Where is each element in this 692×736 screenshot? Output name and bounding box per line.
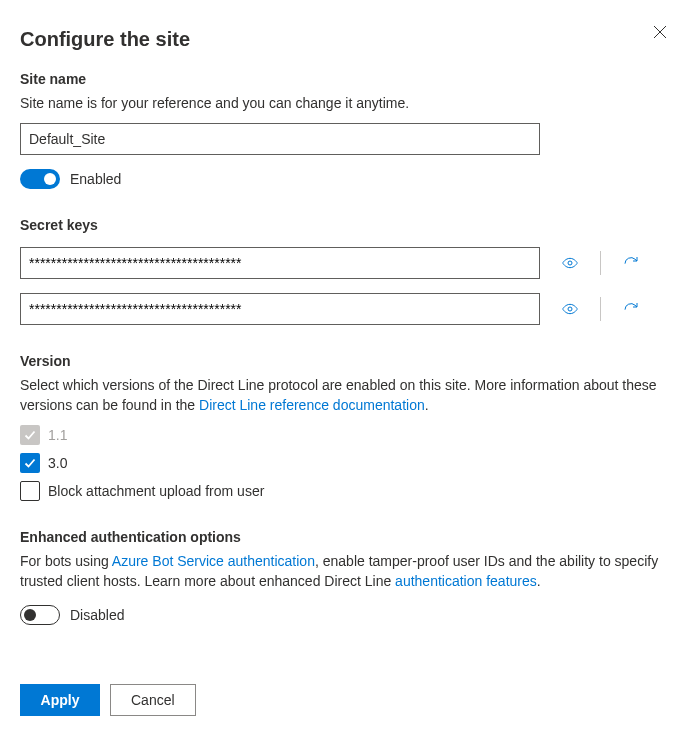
enabled-toggle-label: Enabled — [70, 171, 121, 187]
configure-site-panel: Configure the site Site name Site name i… — [0, 0, 692, 736]
enhanced-desc-suffix: . — [537, 573, 541, 589]
show-key-button-1[interactable] — [558, 251, 582, 275]
version-3-0-checkbox[interactable] — [20, 453, 40, 473]
secret-key-input-2[interactable] — [20, 293, 540, 325]
azure-bot-auth-link[interactable]: Azure Bot Service authentication — [112, 553, 315, 569]
eye-icon — [562, 300, 578, 318]
block-upload-row: Block attachment upload from user — [20, 481, 672, 501]
version-1-1-checkbox — [20, 425, 40, 445]
enhanced-auth-toggle[interactable] — [20, 605, 60, 625]
enhanced-auth-desc: For bots using Azure Bot Service authent… — [20, 551, 672, 591]
refresh-icon — [623, 300, 639, 318]
auth-features-link[interactable]: authentication features — [395, 573, 537, 589]
secret-key-input-1[interactable] — [20, 247, 540, 279]
enhanced-auth-section: Enhanced authentication options For bots… — [20, 529, 672, 625]
secret-key-row-1 — [20, 247, 672, 279]
block-upload-checkbox[interactable] — [20, 481, 40, 501]
apply-button[interactable]: Apply — [20, 684, 100, 716]
cancel-button[interactable]: Cancel — [110, 684, 196, 716]
regenerate-key-button-1[interactable] — [619, 251, 643, 275]
version-label: Version — [20, 353, 672, 369]
page-title: Configure the site — [20, 28, 672, 51]
site-name-section: Site name Site name is for your referenc… — [20, 71, 672, 189]
version-section: Version Select which versions of the Dir… — [20, 353, 672, 501]
show-key-button-2[interactable] — [558, 297, 582, 321]
svg-point-3 — [568, 307, 572, 311]
close-icon — [653, 25, 667, 39]
block-upload-label: Block attachment upload from user — [48, 483, 264, 499]
enhanced-desc-prefix: For bots using — [20, 553, 112, 569]
svg-point-2 — [568, 261, 572, 265]
secret-key-row-2 — [20, 293, 672, 325]
regenerate-key-button-2[interactable] — [619, 297, 643, 321]
direct-line-docs-link[interactable]: Direct Line reference documentation — [199, 397, 425, 413]
enhanced-auth-label: Enhanced authentication options — [20, 529, 672, 545]
footer: Apply Cancel — [20, 684, 196, 716]
version-desc: Select which versions of the Direct Line… — [20, 375, 672, 415]
separator — [600, 251, 601, 275]
site-name-input[interactable] — [20, 123, 540, 155]
enabled-toggle[interactable] — [20, 169, 60, 189]
site-name-desc: Site name is for your reference and you … — [20, 93, 672, 113]
secret-keys-label: Secret keys — [20, 217, 672, 233]
check-icon — [23, 456, 37, 470]
version-3-0-row: 3.0 — [20, 453, 672, 473]
secret-keys-section: Secret keys — [20, 217, 672, 325]
refresh-icon — [623, 254, 639, 272]
separator — [600, 297, 601, 321]
check-icon — [23, 428, 37, 442]
enhanced-auth-toggle-label: Disabled — [70, 607, 124, 623]
version-1-1-row: 1.1 — [20, 425, 672, 445]
close-button[interactable] — [648, 20, 672, 44]
site-name-label: Site name — [20, 71, 672, 87]
version-desc-suffix: . — [425, 397, 429, 413]
version-1-1-label: 1.1 — [48, 427, 67, 443]
eye-icon — [562, 254, 578, 272]
version-3-0-label: 3.0 — [48, 455, 67, 471]
